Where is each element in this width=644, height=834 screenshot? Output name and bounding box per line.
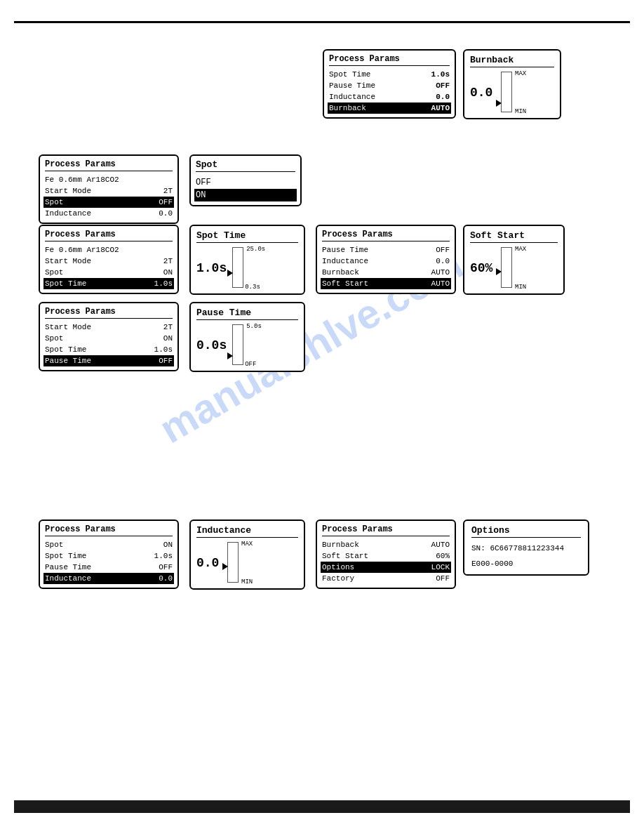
pp1-pause-value: OFF xyxy=(436,80,450,91)
pp5-spot-row: Spot ON xyxy=(45,539,173,550)
inductance-slider[interactable] xyxy=(227,542,239,583)
soft-start-title: Soft Start xyxy=(470,230,558,243)
pp3-soft-start-row: Soft Start AUTO xyxy=(321,278,451,289)
pp1-title: Process Params xyxy=(329,54,450,66)
pp3-inductance-value: 0.0 xyxy=(436,256,450,267)
spot-time-slider[interactable] xyxy=(232,247,243,288)
pp4-pause-row: Pause Time OFF xyxy=(43,355,174,366)
pause-time-body: 0.0s 5.0s OFF xyxy=(196,324,298,366)
pp5-title: Process Params xyxy=(45,524,173,536)
pp-soft-start-panel: Process Params Pause Time OFF Inductance… xyxy=(316,225,456,294)
pp3-soft-start-label: Soft Start xyxy=(322,278,368,289)
pp-options-panel: Process Params Burnback AUTO Soft Start … xyxy=(316,519,456,589)
pp-spot-on-material: Fe 0.6mm Ar18CO2 xyxy=(45,244,119,256)
pp6-soft-start-row: Soft Start 60% xyxy=(322,550,450,562)
pp-spot-on-time-value: 1.0s xyxy=(154,278,173,289)
inductance-body: 0.0 MAX MIN xyxy=(196,542,298,584)
pp6-burnback-row: Burnback AUTO xyxy=(322,539,450,550)
pp1-inductance-row: Inductance 0.0 xyxy=(329,91,450,102)
pp5-inductance-row: Inductance 0.0 xyxy=(43,573,174,584)
pp4-spot-row: Spot ON xyxy=(45,333,173,344)
pp5-spot-time-row: Spot Time 1.0s xyxy=(45,550,173,562)
pp5-pause-label: Pause Time xyxy=(45,562,91,573)
burnback-value: 0.0 xyxy=(470,86,495,100)
burnback-slider[interactable] xyxy=(501,72,512,112)
spot-time-max-label: 25.0s xyxy=(246,246,265,253)
pp-fe-material: Fe 0.6mm Ar18CO2 xyxy=(45,174,119,185)
pp4-spot-label: Spot xyxy=(45,333,63,344)
options-code: E000-0000 xyxy=(471,557,581,570)
pp6-title: Process Params xyxy=(322,524,450,536)
burnback-panel: Burnback 0.0 MAX MIN xyxy=(463,49,561,119)
pp5-inductance-label: Inductance xyxy=(45,573,91,584)
pp5-pause-row: Pause Time OFF xyxy=(45,562,173,573)
pause-time-slider[interactable] xyxy=(232,324,243,365)
pause-time-title: Pause Time xyxy=(196,307,298,320)
pause-time-value: 0.0s xyxy=(196,338,227,352)
spot-time-title: Spot Time xyxy=(196,230,298,243)
bottom-bar xyxy=(14,800,630,813)
pp5-spot-label: Spot xyxy=(45,539,63,550)
pp4-spot-time-row: Spot Time 1.0s xyxy=(45,344,173,355)
spot-time-min-label: 0.3s xyxy=(245,284,260,291)
pp1-spot-time-value: 1.0s xyxy=(431,69,450,80)
pp-spot-on-start-label: Start Mode xyxy=(45,256,91,267)
pp-inductance-panel: Process Params Spot ON Spot Time 1.0s Pa… xyxy=(39,519,179,589)
inductance-title: Inductance xyxy=(196,525,298,538)
soft-start-value: 60% xyxy=(470,261,495,275)
pp1-spot-time-label: Spot Time xyxy=(329,69,370,80)
pp1-pause-row: Pause Time OFF xyxy=(329,80,450,91)
burnback-arrow xyxy=(496,100,502,107)
pp4-start-label: Start Mode xyxy=(45,322,91,333)
pp3-burnback-label: Burnback xyxy=(322,267,359,278)
options-panel: Options SN: 6C66778811223344 E000-0000 xyxy=(463,519,589,576)
pp-fe-spot-value: OFF xyxy=(159,197,173,208)
spot-time-body: 1.0s 25.0s 0.3s xyxy=(196,247,298,289)
pp3-pause-row: Pause Time OFF xyxy=(322,244,450,256)
pp3-soft-start-value: AUTO xyxy=(431,278,450,289)
pp6-options-value: LOCK xyxy=(431,562,450,573)
pp-spot-on-time-label: Spot Time xyxy=(45,278,86,289)
soft-start-slider[interactable] xyxy=(501,247,512,288)
pp6-factory-value: OFF xyxy=(436,573,450,584)
pp4-pause-value: OFF xyxy=(159,355,173,366)
pp-spot-on-panel: Process Params Fe 0.6mm Ar18CO2 Start Mo… xyxy=(39,225,179,294)
pp-spot-on-row1: Fe 0.6mm Ar18CO2 xyxy=(45,244,173,256)
burnback-min-label: MIN xyxy=(515,108,526,115)
spot-time-arrow xyxy=(227,270,233,277)
pp5-pause-value: OFF xyxy=(159,562,173,573)
process-params-panel-1: Process Params Spot Time 1.0s Pause Time… xyxy=(323,49,456,119)
pp3-inductance-row: Inductance 0.0 xyxy=(322,256,450,267)
pp-soft-start-title: Process Params xyxy=(322,230,450,241)
pause-time-panel: Pause Time 0.0s 5.0s OFF xyxy=(189,302,305,372)
pp1-inductance-label: Inductance xyxy=(329,91,375,102)
pp6-options-row: Options LOCK xyxy=(321,562,451,573)
options-sn: SN: 6C66778811223344 xyxy=(471,542,581,555)
pp6-soft-start-label: Soft Start xyxy=(322,550,368,562)
spot-on-row: ON xyxy=(194,189,297,201)
pp-spot-on-start-value: 2T xyxy=(163,256,173,267)
inductance-panel: Inductance 0.0 MAX MIN xyxy=(189,519,305,590)
spot-selection-panel: Spot OFF ON xyxy=(189,154,302,206)
inductance-max-label: MAX xyxy=(241,541,253,548)
pp-fe-spot-row: Spot OFF xyxy=(43,197,174,208)
pp5-spot-value: ON xyxy=(163,539,173,550)
soft-start-panel: Soft Start 60% MAX MIN xyxy=(463,225,565,295)
soft-start-body: 60% MAX MIN xyxy=(470,247,558,289)
pp-spot-on-spot-label: Spot xyxy=(45,267,63,278)
pp5-spot-time-label: Spot Time xyxy=(45,550,86,562)
pp4-spot-value: ON xyxy=(163,333,173,344)
pp6-burnback-label: Burnback xyxy=(322,539,359,550)
pp-fe-spot-off-title: Process Params xyxy=(45,159,173,171)
options-title: Options xyxy=(471,525,581,538)
spot-title: Spot xyxy=(196,159,295,172)
pp1-spot-time-row: Spot Time 1.0s xyxy=(329,69,450,80)
pp1-inductance-value: 0.0 xyxy=(436,91,450,102)
pp1-burnback-value: AUTO xyxy=(431,102,450,114)
burnback-body: 0.0 MAX MIN xyxy=(470,72,554,114)
pp6-factory-row: Factory OFF xyxy=(322,573,450,584)
pp4-start-value: 2T xyxy=(163,322,173,333)
pp4-start-row: Start Mode 2T xyxy=(45,322,173,333)
spot-off-row: OFF xyxy=(196,176,295,189)
pp6-burnback-value: AUTO xyxy=(431,539,450,550)
